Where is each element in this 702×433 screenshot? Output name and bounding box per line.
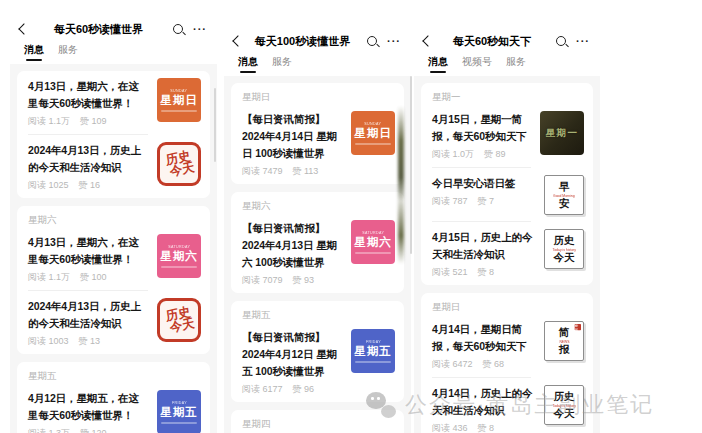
article-text: 4月12日，星期五，在这里每天60秒读懂世界！阅读 1.3万赞 120 <box>28 390 149 433</box>
history-seal-icon: 历史今天 <box>157 142 201 186</box>
tab-消息[interactable]: 消息 <box>24 43 44 62</box>
tab-消息[interactable]: 消息 <box>238 55 258 74</box>
like-count: 赞 109 <box>80 115 107 128</box>
article-title: 4月12日，星期五，在这里每天60秒读懂世界！ <box>28 390 149 424</box>
icon-microtext: SATURDAY <box>362 230 384 234</box>
icon-label: 历史 <box>554 235 575 247</box>
icon-label: 历史 <box>554 391 575 403</box>
screenshot-canvas: 每天60秒读懂世界 ··· 消息服务 4月13日，星期六，在这里每天60秒读懂世… <box>0 0 702 433</box>
article-meta: 阅读 1.0万赞 89 <box>432 148 532 161</box>
article-item[interactable]: 2024年4月13日，历史上的今天和生活冷知识阅读 1025赞 16历史今天 <box>17 135 210 198</box>
article-item[interactable]: 4月14日，历史上的今天和生活冷知识阅读 436赞 8历史Today is hi… <box>421 378 593 433</box>
message-card: 星期日4月14日，星期日简报，每天60秒知天下阅读 6472赞 68简NEWS报… <box>421 293 593 433</box>
panel-daily-100s-world: 每天100秒读懂世界 ··· 消息服务 星期日【每日资讯简报】2024年4月14… <box>224 28 411 433</box>
icon-microbar <box>355 143 390 146</box>
article-item[interactable]: 4月15日，历史上的今天和生活冷知识阅读 521赞 8历史Today is hi… <box>421 222 593 285</box>
read-count: 阅读 436 <box>432 422 468 433</box>
message-card: 星期日【每日资讯简报】2024年4月14日 星期日 100秒读懂世界阅读 747… <box>231 83 404 184</box>
article-text: 4月15日，历史上的今天和生活冷知识阅读 521赞 8 <box>432 229 536 279</box>
saturday-icon: SATURDAY星期六 <box>157 234 201 278</box>
article-item[interactable]: 2024年4月13日，历史上的今天和生活冷知识阅读 1003赞 13历史今天 <box>17 291 210 354</box>
message-list: 星期一4月15日，星期一简报，每天60秒知天下阅读 1.0万赞 89星期一今日早… <box>414 76 600 433</box>
article-item[interactable]: 4月14日，星期日简报，每天60秒知天下阅读 6472赞 68简NEWS报新闻 <box>421 314 593 377</box>
more-icon[interactable]: ··· <box>576 37 590 45</box>
scrollbar[interactable] <box>214 88 216 162</box>
article-meta: 阅读 1003赞 13 <box>28 335 149 348</box>
article-item[interactable]: 今日早安心语日签阅读 787赞 7早Good Morning安 <box>421 168 593 221</box>
article-item[interactable]: 【每日资讯简报】2024年4月14日 星期日 100秒读懂世界阅读 7479赞 … <box>231 104 404 184</box>
icon-label: 星期一 <box>546 127 579 140</box>
read-count: 阅读 6472 <box>432 358 473 371</box>
search-icon[interactable] <box>367 36 377 46</box>
more-icon[interactable]: ··· <box>387 37 401 45</box>
article-title: 4月13日，星期六，在这里每天60秒读懂世界！ <box>28 78 149 112</box>
like-count: 赞 8 <box>478 266 495 279</box>
article-text: 4月13日，星期六，在这里每天60秒读懂世界！阅读 1.1万赞 100 <box>28 234 149 284</box>
tab-视频号[interactable]: 视频号 <box>462 55 492 74</box>
article-text: 2024年4月13日，历史上的今天和生活冷知识阅读 1025赞 16 <box>28 142 149 192</box>
message-list: 星期日【每日资讯简报】2024年4月14日 星期日 100秒读懂世界阅读 747… <box>224 76 411 433</box>
search-icon[interactable] <box>173 24 183 34</box>
article-text: 今日早安心语日签阅读 787赞 7 <box>432 175 536 208</box>
article-text: 【每日资讯简报】2024年4月14日 星期日 100秒读懂世界阅读 7479赞 … <box>242 111 343 178</box>
read-count: 阅读 1.0万 <box>432 148 474 161</box>
brief-card-icon: 简NEWS报新闻 <box>544 321 584 361</box>
icon-microtext: SUNDAY <box>365 121 382 125</box>
history-card-icon: 历史Today is history今天 <box>544 385 584 425</box>
date-separator: 星期日 <box>231 83 404 104</box>
article-item[interactable]: 【每日资讯简报】2024年4月12日 星期五 100秒读懂世界阅读 6177赞 … <box>231 322 404 402</box>
icon-label: 星期日 <box>160 93 198 107</box>
message-card: 星期一4月15日，星期一简报，每天60秒知天下阅读 1.0万赞 89星期一今日早… <box>421 83 593 285</box>
icon-label: 简 <box>559 327 570 339</box>
article-title: 2024年4月13日，历史上的今天和生活冷知识 <box>28 298 149 332</box>
article-title: 【每日资讯简报】2024年4月14日 星期日 100秒读懂世界 <box>242 111 343 162</box>
tab-bar: 消息服务 <box>10 40 217 64</box>
tab-服务[interactable]: 服务 <box>506 55 526 74</box>
icon-microbar <box>355 252 390 255</box>
article-item[interactable]: 4月15日，星期一简报，每天60秒知天下阅读 1.0万赞 89星期一 <box>421 104 593 167</box>
article-meta: 阅读 6472赞 68 <box>432 358 536 371</box>
article-title: 2024年4月13日，历史上的今天和生活冷知识 <box>28 142 149 176</box>
message-card: 星期五【每日资讯简报】2024年4月12日 星期五 100秒读懂世界阅读 617… <box>231 301 404 402</box>
article-title: 4月15日，星期一简报，每天60秒知天下 <box>432 111 532 145</box>
like-count: 赞 93 <box>293 274 315 287</box>
article-item[interactable]: 【每日资讯简报】2024年4月13日 星期六 100秒读懂世界阅读 7079赞 … <box>231 213 404 293</box>
message-card: 星期四【每日资讯简报】2024年4月11日 星期四 100秒读懂世界阅读 866… <box>231 410 404 433</box>
read-count: 阅读 1.1万 <box>28 271 70 284</box>
tab-服务[interactable]: 服务 <box>58 43 78 62</box>
article-title: 4月14日，历史上的今天和生活冷知识 <box>432 385 536 419</box>
like-count: 赞 96 <box>293 383 315 396</box>
icon-label: 星期六 <box>160 249 198 263</box>
date-separator: 星期五 <box>17 362 210 383</box>
tab-bar: 消息视频号服务 <box>414 52 600 76</box>
icon-microtext: SATURDAY <box>168 244 190 248</box>
article-item[interactable]: 4月13日，星期六，在这里每天60秒读懂世界！阅读 1.1万赞 100SATUR… <box>17 227 210 290</box>
icon-label: 报 <box>559 344 570 356</box>
friday-icon: FRIDAY星期五 <box>351 329 395 373</box>
like-count: 赞 7 <box>478 195 495 208</box>
panel-header: 每天60秒知天下 ··· <box>414 28 600 52</box>
article-meta: 阅读 787赞 7 <box>432 195 536 208</box>
more-icon[interactable]: ··· <box>193 25 207 33</box>
icon-microbar <box>355 361 390 364</box>
icon-subtext: Good Morning <box>553 193 575 196</box>
icon-subtext: Today is history <box>552 403 575 406</box>
icon-microbar <box>161 266 196 269</box>
search-icon[interactable] <box>556 36 566 46</box>
scrollbar[interactable] <box>410 76 412 254</box>
message-card: 星期六4月13日，星期六，在这里每天60秒读懂世界！阅读 1.1万赞 100SA… <box>17 206 210 354</box>
account-title: 每天60秒读懂世界 <box>28 22 169 37</box>
panel-daily-60s-know: 每天60秒知天下 ··· 消息视频号服务 星期一4月15日，星期一简报，每天60… <box>414 28 600 433</box>
article-meta: 阅读 1.1万赞 100 <box>28 271 149 284</box>
icon-badge: 新闻 <box>575 324 581 330</box>
read-count: 阅读 1025 <box>28 179 69 192</box>
article-item[interactable]: 4月13日，星期六，在这里每天60秒读懂世界！阅读 1.1万赞 109SUNDA… <box>17 71 210 134</box>
tab-消息[interactable]: 消息 <box>428 55 448 74</box>
article-text: 4月15日，星期一简报，每天60秒知天下阅读 1.0万赞 89 <box>432 111 532 161</box>
article-meta: 阅读 6177赞 96 <box>242 383 343 396</box>
article-text: 4月13日，星期六，在这里每天60秒读懂世界！阅读 1.1万赞 109 <box>28 78 149 128</box>
article-meta: 阅读 436赞 8 <box>432 422 536 433</box>
article-item[interactable]: 4月12日，星期五，在这里每天60秒读懂世界！阅读 1.3万赞 120FRIDA… <box>17 383 210 433</box>
tab-服务[interactable]: 服务 <box>272 55 292 74</box>
article-title: 4月14日，星期日简报，每天60秒知天下 <box>432 321 536 355</box>
